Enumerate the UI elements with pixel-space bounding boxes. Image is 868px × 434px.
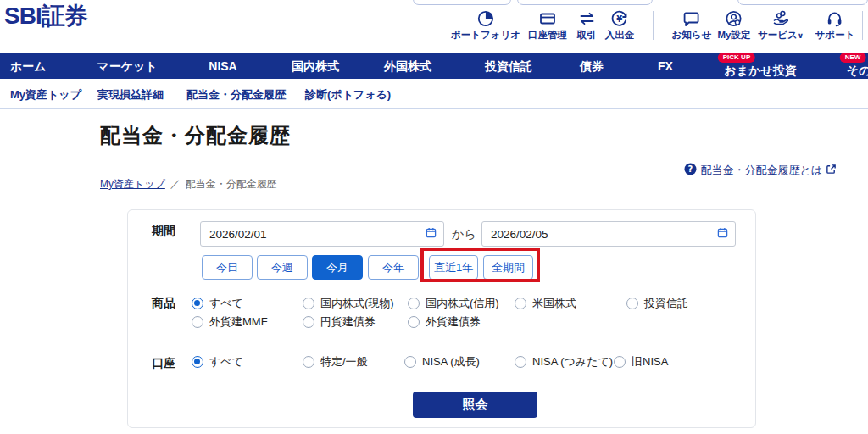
radio-icon — [303, 356, 314, 368]
nav-item-foreign-stocks[interactable]: 外国株式 — [384, 59, 431, 75]
radio-icon — [626, 298, 638, 309]
account-radio-all[interactable]: すべて — [192, 354, 243, 369]
svg-text:¥: ¥ — [617, 14, 623, 24]
account-label: 口座 — [152, 356, 175, 371]
quickbar-divider — [653, 11, 654, 40]
credit-card-icon — [538, 9, 557, 28]
subnav-realized-pl[interactable]: 実現損益詳細 — [97, 87, 164, 103]
new-badge: NEW — [840, 53, 866, 63]
quickbar-label: サポート — [815, 30, 855, 40]
nav-item-home[interactable]: ホーム — [10, 59, 47, 75]
sub-nav: My資産トップ 実現損益詳細 配当金・分配金履歴 診断(ポトフォる) — [0, 79, 868, 109]
date-from-input[interactable]: 2026/02/01 — [200, 221, 444, 247]
calendar-icon[interactable] — [426, 227, 437, 241]
breadcrumb-current: 配当金・分配金履歴 — [186, 177, 277, 192]
radio-icon — [192, 316, 203, 328]
question-circle-icon: ? — [684, 163, 697, 178]
quickbar-trade[interactable]: 取引 — [577, 9, 597, 40]
radio-icon — [404, 356, 416, 368]
subnav-dividend-history[interactable]: 配当金・分配金履歴 — [186, 87, 286, 103]
quick-button-all-period[interactable]: 全期間 — [483, 255, 533, 280]
product-radio-domestic-cash[interactable]: 国内株式(現物) — [303, 296, 394, 310]
radio-icon — [408, 298, 420, 309]
subnav-diagnosis[interactable]: 診断(ポトフォる) — [305, 87, 391, 103]
inquiry-submit-button[interactable]: 照会 — [413, 392, 537, 418]
product-radio-domestic-margin[interactable]: 国内株式(信用) — [408, 296, 499, 310]
product-radio-all[interactable]: すべて — [192, 296, 243, 310]
radio-icon — [515, 356, 526, 368]
speech-bubble-icon — [682, 9, 701, 28]
radio-icon — [303, 316, 314, 328]
dividend-help-link[interactable]: ? 配当金・分配金履歴とは — [684, 163, 837, 178]
date-from-value: 2026/02/01 — [209, 228, 267, 241]
hand-coins-icon — [771, 9, 790, 28]
product-label: 商品 — [152, 296, 175, 311]
product-radio-yen-bonds[interactable]: 円貨建債券 — [303, 314, 376, 329]
quick-button-this-year[interactable]: 今年 — [368, 255, 419, 280]
product-radio-foreign-mmf[interactable]: 外貨建MMF — [192, 314, 268, 329]
date-range-connector: から — [452, 227, 476, 242]
main-nav: ホーム マーケット NISA 国内株式 外国株式 投資信託 債券 FX PICK… — [0, 53, 868, 79]
quick-button-this-month[interactable]: 今月 — [312, 255, 363, 280]
header-search-box-partial[interactable] — [737, 0, 868, 5]
product-radio-foreign-bonds[interactable]: 外貨建債券 — [408, 314, 481, 329]
breadcrumb-home-link[interactable]: My資産トップ — [100, 177, 165, 192]
breadcrumb: My資産トップ ／ 配当金・分配金履歴 — [100, 177, 277, 192]
quickbar-divider — [862, 11, 863, 40]
pickup-badge: PICK UP — [718, 53, 755, 63]
quickbar-support[interactable]: サポート — [815, 9, 855, 40]
quickbar-account-management[interactable]: 口座管理 — [528, 9, 567, 40]
quickbar-label: ポートフォリオ — [451, 30, 520, 40]
nav-item-omakase-invest[interactable]: おまかせ投資 — [724, 64, 796, 79]
radio-icon — [192, 356, 203, 368]
quickbar-deposit-withdrawal[interactable]: ¥ 入出金 — [605, 9, 635, 40]
filter-panel: 期間 2026/02/01 から 2026/02/05 今日 今週 今月 今年 … — [127, 209, 756, 428]
nav-item-other[interactable]: その — [847, 64, 868, 79]
account-radio-nisa-tsumitate[interactable]: NISA (つみたて) — [515, 354, 613, 369]
nav-item-market[interactable]: マーケット — [97, 59, 157, 75]
radio-icon — [614, 356, 626, 368]
radio-icon — [192, 298, 203, 309]
chevron-down-icon: ∨ — [798, 31, 804, 40]
product-radio-us-stocks[interactable]: 米国株式 — [515, 296, 576, 310]
header-search-box-partial[interactable] — [517, 0, 653, 5]
product-radio-investment-trust[interactable]: 投資信託 — [626, 296, 688, 310]
quickbar-notifications[interactable]: お知らせ — [672, 9, 712, 40]
calendar-icon[interactable] — [717, 227, 728, 241]
yen-cycle-icon: ¥ — [610, 9, 629, 28]
page-title: 配当金・分配金履歴 — [100, 122, 291, 149]
external-link-icon — [826, 164, 837, 177]
radio-icon — [515, 298, 526, 309]
subnav-my-assets-top[interactable]: My資産トップ — [10, 87, 81, 103]
quick-button-today[interactable]: 今日 — [202, 255, 253, 280]
quickbar-services[interactable]: サービス∨ — [758, 9, 804, 41]
nav-item-fx[interactable]: FX — [658, 59, 673, 73]
sbi-logo[interactable]: SBI証券 — [4, 0, 87, 32]
nav-item-investment-trust[interactable]: 投資信託 — [485, 59, 532, 75]
nav-item-domestic-stocks[interactable]: 国内株式 — [292, 59, 339, 75]
account-radio-old-nisa[interactable]: 旧NISA — [614, 354, 668, 369]
quickbar-label: 入出金 — [605, 30, 635, 40]
radio-icon — [303, 298, 314, 309]
headset-icon — [826, 9, 844, 28]
quickbar-label: お知らせ — [672, 30, 712, 40]
quickbar-label: 口座管理 — [528, 30, 567, 40]
transfer-arrows-icon — [577, 9, 596, 28]
date-to-input[interactable]: 2026/02/05 — [481, 221, 736, 247]
account-radio-nisa-growth[interactable]: NISA (成長) — [404, 354, 480, 369]
quick-button-this-week[interactable]: 今週 — [257, 255, 308, 280]
account-radio-specific-general[interactable]: 特定/一般 — [303, 354, 368, 369]
quickbar-my-settings[interactable]: My設定 — [718, 9, 751, 40]
quickbar-label: My設定 — [718, 30, 751, 40]
breadcrumb-separator: ／ — [170, 177, 181, 192]
sbi-securities-page: SBI証券 ポートフォリオ 口座管理 取引 ¥ 入出金 お知らせ My設定 サー… — [0, 0, 868, 434]
quickbar-label: サービス∨ — [758, 30, 804, 41]
person-circle-icon — [725, 9, 743, 28]
quickbar-portfolio[interactable]: ポートフォリオ — [451, 9, 520, 40]
nav-item-nisa[interactable]: NISA — [209, 59, 236, 73]
header-search-box-partial[interactable] — [413, 0, 511, 5]
radio-icon — [408, 316, 420, 328]
nav-item-bonds[interactable]: 債券 — [580, 59, 604, 75]
quick-button-last-1-year[interactable]: 直近1年 — [429, 255, 478, 280]
date-to-value: 2026/02/05 — [491, 228, 548, 241]
